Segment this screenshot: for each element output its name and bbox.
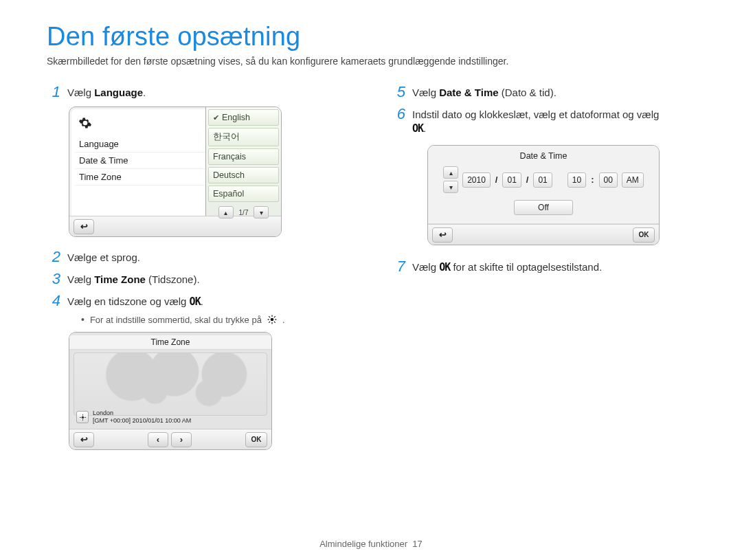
spin-column: ▴ ▾ xyxy=(443,166,458,193)
step-bold: Language xyxy=(94,87,143,98)
language-screen: Language Date & Time Time Zone ✔ English… xyxy=(69,107,282,237)
timezone-map[interactable] xyxy=(74,352,267,416)
dateformat-off-button[interactable]: Off xyxy=(514,200,573,215)
timezone-title: Time Zone xyxy=(69,335,271,350)
timezone-detail: [GMT +00:00] 2010/01/01 10:00 AM xyxy=(93,417,191,425)
language-body: Language Date & Time Time Zone ✔ English… xyxy=(69,107,281,216)
pager-label: 1/7 xyxy=(235,209,253,216)
timezone-screen: Time Zone London [GMT +00:00] 2010/01/01… xyxy=(69,332,272,450)
svg-line-6 xyxy=(274,322,276,323)
step-text: Vælg OK for at skifte til optagelsestils… xyxy=(412,259,602,274)
step-number: 5 xyxy=(392,85,405,100)
datetime-row: ▴ ▾ 2010 / 01 / 01 10 : 00 AM xyxy=(435,166,652,193)
step-post: (Dato & tid). xyxy=(499,87,556,98)
right-column: 5 Vælg Date & Time (Dato & tid). 6 Indst… xyxy=(392,85,695,462)
option-label: English xyxy=(222,113,250,122)
step-post: for at skifte til optagelsestilstand. xyxy=(450,261,602,273)
minute-cell[interactable]: 00 xyxy=(599,172,618,188)
menu-item-language[interactable]: Language xyxy=(75,136,205,153)
step-7: 7 Vælg OK for at skifte til optagelsesti… xyxy=(392,259,695,274)
language-option-korean[interactable]: 한국어 xyxy=(208,128,279,146)
footer-section: Almindelige funktioner xyxy=(319,539,407,549)
step-text: Indstil dato og klokkeslæt, vælg et dato… xyxy=(412,107,659,135)
ok-glyph: OK xyxy=(439,261,450,273)
year-up-button[interactable]: ▴ xyxy=(443,166,458,179)
step-number: 2 xyxy=(47,249,60,265)
step-bold: Date & Time xyxy=(439,87,498,98)
step-bold: Time Zone xyxy=(94,273,146,285)
page-title: Den første opsætning xyxy=(47,22,695,52)
option-label: 한국어 xyxy=(213,131,240,143)
step-number: 4 xyxy=(47,293,60,309)
footer-page-number: 17 xyxy=(412,539,422,549)
svg-point-0 xyxy=(271,318,274,322)
dst-sun-icon xyxy=(267,315,277,324)
page-footer: Almindelige funktioner 17 xyxy=(0,539,742,549)
step-pre: Vælg en tidszone og vælg xyxy=(67,295,190,307)
language-options: ✔ English 한국어 Français Deutsch Español ▴… xyxy=(205,107,281,216)
language-option-spanish[interactable]: Español xyxy=(208,186,279,202)
gear-icon xyxy=(76,114,94,132)
language-option-english[interactable]: ✔ English xyxy=(208,109,279,126)
datetime-footer: ↩ OK xyxy=(428,224,659,245)
language-option-french[interactable]: Français xyxy=(208,148,279,165)
menu-item-datetime[interactable]: Date & Time xyxy=(75,153,205,169)
year-down-button[interactable]: ▾ xyxy=(443,181,458,193)
step-pre: Vælg xyxy=(412,261,439,273)
prev-button[interactable]: ‹ xyxy=(148,432,168,447)
year-cell[interactable]: 2010 xyxy=(462,172,491,188)
pager-up-button[interactable]: ▴ xyxy=(218,206,234,219)
step-text: Vælg Date & Time (Dato & tid). xyxy=(412,85,556,100)
step-1: 1 Vælg Language. xyxy=(47,85,350,100)
svg-line-7 xyxy=(274,316,276,317)
back-button[interactable]: ↩ xyxy=(432,227,453,243)
step-number: 7 xyxy=(392,259,405,274)
check-icon: ✔ xyxy=(213,113,219,122)
ampm-cell[interactable]: AM xyxy=(622,172,644,188)
month-cell[interactable]: 01 xyxy=(502,172,521,188)
hour-cell[interactable]: 10 xyxy=(567,172,586,188)
step-pre: Indstil dato og klokkeslæt, vælg et dato… xyxy=(412,109,659,120)
columns: 1 Vælg Language. Language Date & Time Ti… xyxy=(47,85,695,462)
ok-button[interactable]: OK xyxy=(633,227,655,243)
ok-button[interactable]: OK xyxy=(245,432,267,447)
menu-item-timezone[interactable]: Time Zone xyxy=(75,169,205,186)
step-number: 3 xyxy=(47,271,60,287)
step-text: Vælg Time Zone (Tidszone). xyxy=(67,271,200,287)
next-button[interactable]: › xyxy=(171,432,192,447)
step-text: Vælge et sprog. xyxy=(67,249,140,265)
language-option-german[interactable]: Deutsch xyxy=(208,167,279,183)
nav-group: ‹ › xyxy=(148,432,192,447)
dst-toggle[interactable] xyxy=(76,411,89,423)
svg-point-9 xyxy=(81,416,84,418)
option-label: Español xyxy=(213,189,244,199)
back-button[interactable]: ↩ xyxy=(74,432,94,447)
step-post: . xyxy=(143,87,146,98)
step-post: (Tidszone). xyxy=(146,273,200,285)
step-2: 2 Vælge et sprog. xyxy=(47,249,350,265)
option-label: Deutsch xyxy=(213,170,245,180)
step-post: . xyxy=(201,295,203,307)
settings-menu: Language Date & Time Time Zone xyxy=(69,107,205,216)
timezone-body: Time Zone London [GMT +00:00] 2010/01/01… xyxy=(69,333,271,429)
svg-line-5 xyxy=(269,316,270,317)
step-pre: Vælg xyxy=(412,87,439,98)
pager-down-button[interactable]: ▾ xyxy=(254,206,269,219)
datetime-screen: Date & Time ▴ ▾ 2010 / 01 / 01 10 : xyxy=(427,145,660,245)
bullet-icon: • xyxy=(81,314,85,325)
back-button[interactable]: ↩ xyxy=(74,219,94,234)
timezone-info: London [GMT +00:00] 2010/01/01 10:00 AM xyxy=(76,410,191,425)
language-pager: ▴ 1/7 ▾ xyxy=(208,204,279,221)
step-4: 4 Vælg en tidszone og vælg OK. xyxy=(47,293,350,309)
timezone-footer: ↩ ‹ › OK xyxy=(69,429,271,449)
timezone-lines: London [GMT +00:00] 2010/01/01 10:00 AM xyxy=(93,410,191,425)
step-4-bullet: • For at indstille sommertid, skal du tr… xyxy=(81,314,350,325)
page-subtitle: Skærmbilledet for den første opsætning v… xyxy=(47,56,695,67)
step-3: 3 Vælg Time Zone (Tidszone). xyxy=(47,271,350,287)
date-separator: / xyxy=(495,175,499,185)
ok-glyph: OK xyxy=(412,122,423,135)
day-cell[interactable]: 01 xyxy=(533,172,552,188)
svg-line-8 xyxy=(269,322,270,323)
step-text: Vælg en tidszone og vælg OK. xyxy=(67,293,203,309)
left-column: 1 Vælg Language. Language Date & Time Ti… xyxy=(47,85,350,462)
